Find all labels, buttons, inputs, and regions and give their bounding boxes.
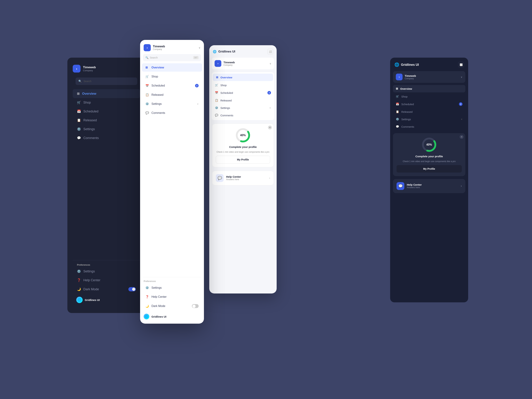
dr-brand-chevron: ∨ [461,76,462,78]
dr-my-profile-btn[interactable]: My Profile [397,165,462,172]
wc-nav-overview[interactable]: ⊞ Overview [213,74,273,81]
dr-help-card[interactable]: 💬 Help Center Answers here › [393,179,465,193]
brand-name: Timeweb [83,66,140,69]
wc-brand-info: Timeweb Company [223,61,235,66]
white-comments-icon: 💬 [146,111,149,114]
wc-nav-released[interactable]: 📋 Released [212,97,274,104]
wc-brand-header[interactable]: › Timeweb Company ∨ [212,58,274,69]
white-nav-darkmode[interactable]: 🌙 Dark Mode [142,302,202,310]
nav-label-settings: Settings [83,127,95,131]
wc-my-profile-btn[interactable]: My Profile [216,156,270,164]
nav-item-overview[interactable]: ⊞ Overview [73,89,140,98]
white-brand-chevron: ∨ [199,46,200,49]
dr-help-chevron: › [461,184,462,188]
search-shortcut: ⌘F [193,56,199,59]
dr-nav-settings[interactable]: ⚙️ Settings ∨ [390,115,468,123]
white-pref-settings-icon: ⚙️ [146,286,149,289]
wc-scheduled-badge: 2 [267,91,271,95]
brand-header-dark-left[interactable]: › Timeweb Company [73,65,140,76]
white-moon-icon: 🌙 [146,304,149,308]
brand-avatar: › [73,65,81,73]
nav-item-released[interactable]: 📋 Released [73,116,140,125]
white-nav-settings[interactable]: ⚙️ Settings ∨ [142,100,202,108]
wc-scheduled-icon: 📅 [215,91,218,94]
dr-nav-scheduled[interactable]: 📅 Scheduled 2 [390,100,468,108]
wc-nav-scheduled[interactable]: 📅 Scheduled 2 [212,89,274,97]
dr-help-sub: Answers here [407,186,458,189]
nav-item-settings[interactable]: ⚙️ Settings [73,125,140,133]
dr-sidebar-toggle[interactable]: ⬜ [458,62,464,68]
dr-progress-sub: Check 1 min video and begin use componen… [403,160,456,163]
white-search-bar[interactable]: 🔍 Search ⌘F [143,54,201,61]
scene: › Timeweb Company 🔍 Search ⊞ Overview 🛒 … [53,22,479,377]
sidebar-toggle-btn[interactable]: ⬜ [267,49,273,54]
dr-nav-shop[interactable]: 🛒 Shop [390,93,468,100]
white-brand-sub: Company [153,48,165,51]
pref-settings-label: Settings [83,270,95,273]
dr-brand-header[interactable]: › Timeweb Company ∨ [393,71,465,83]
white-shop-icon: 🛒 [146,75,149,78]
white-nav-released[interactable]: 📋 Released [142,91,202,99]
wc-nav-settings[interactable]: ⚙️ Settings ∨ [212,104,274,112]
dr-help-chat-icon: 💬 [398,184,403,188]
nav-item-help[interactable]: ❓ Help Center [73,276,140,285]
white-gridlines-footer: 🌐 Gridlines UI [140,311,204,324]
dr-brand-info: Timeweb Company [405,74,416,80]
wc-donut-chart: 40% [235,127,251,143]
dr-gridlines-logo: 🌐 [394,63,399,67]
white-nav-label-scheduled: Scheduled [152,84,165,87]
darkmode-toggle[interactable] [128,287,136,291]
nav-item-scheduled[interactable]: 📅 Scheduled [73,107,140,116]
wc-progress-sub: Check 1 min video and begin use componen… [216,151,269,154]
white-nav-scheduled[interactable]: 📅 Scheduled 2 [142,81,202,90]
wc-nav-comments[interactable]: 💬 Comments [212,112,274,119]
white-nav-pref-help[interactable]: ❓ Help Center [142,293,202,301]
shop-icon: 🛒 [77,101,81,104]
white-nav-label-released: Released [152,93,164,96]
search-placeholder: Search [83,80,91,83]
wc-progress-title: Complete your profile [229,146,257,148]
brand-sub: Company [83,69,140,72]
dr-nav-comments[interactable]: 💬 Comments [390,123,468,130]
wc-progress-percent: 40% [240,134,246,137]
dr-progress-title: Complete your profile [415,155,443,158]
wc-help-card[interactable]: 💬 Help Center Answers here › [212,171,274,185]
dr-settings-chevron: ∨ [461,118,462,120]
wc-progress-card: ✕ 40% Complete your profile Check 1 min … [212,124,274,167]
white-center-top-title: 🌐 Gridlines UI [213,50,235,54]
dr-close-btn[interactable]: ✕ [460,135,463,139]
wc-nav-shop[interactable]: 🛒 Shop [212,81,274,89]
dr-progress-percent: 40% [426,143,432,146]
white-nav-pref-settings[interactable]: ⚙️ Settings [142,284,202,292]
panel-dark-right: 🌐 Gridlines UI ⬜ › Timeweb Company ∨ ⊞ O… [390,58,468,302]
darkmode-label: Dark Mode [83,287,99,291]
white-nav-comments[interactable]: 💬 Comments [142,109,202,117]
nav-item-comments[interactable]: 💬 Comments [73,133,140,142]
wc-close-btn[interactable]: ✕ [268,126,272,129]
wc-brand-avatar: › [215,60,221,67]
nav-item-shop[interactable]: 🛒 Shop [73,98,140,107]
wc-settings-icon: ⚙️ [215,106,218,109]
scheduled-icon: 📅 [77,109,81,113]
help-label: Help Center [83,279,100,282]
white-scheduled-icon: 📅 [146,84,149,88]
white-center-top-bar: 🌐 Gridlines UI ⬜ [209,45,277,56]
white-darkmode-toggle[interactable] [192,304,199,308]
search-bar[interactable]: 🔍 Search [76,77,137,85]
white-darkmode-label: Dark Mode [152,304,165,308]
nav-item-darkmode[interactable]: 🌙 Dark Mode [73,285,140,294]
dr-help-icon-wrap: 💬 [397,182,404,190]
dr-nav-overview[interactable]: ⊞ Overview [393,85,465,92]
dr-brand-sub: Company [405,77,416,80]
settings-icon: ⚙️ [77,127,81,131]
white-nav-shop[interactable]: 🛒 Shop [142,72,202,81]
wc-brand-sub: Company [223,64,235,66]
nav-item-pref-settings[interactable]: ⚙️ Settings [73,267,140,276]
white-brand-avatar: › [144,44,151,51]
dr-progress-card: ✕ 40% Complete your profile Check 1 min … [393,133,465,176]
wc-help-sub: Answers here [226,178,267,181]
dr-scheduled-badge: 2 [459,102,462,106]
white-brand-header[interactable]: › Timeweb Company ∨ [140,40,204,53]
white-nav-overview[interactable]: ⊞ Overview [142,63,202,72]
dr-nav-released[interactable]: 📋 Released [390,108,468,115]
